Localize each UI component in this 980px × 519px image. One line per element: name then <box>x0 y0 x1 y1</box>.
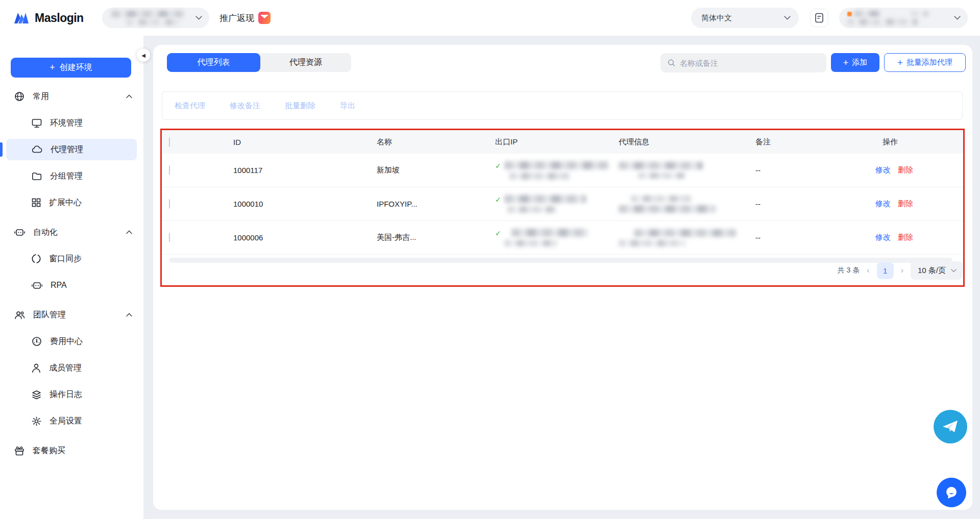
telegram-button[interactable] <box>934 410 967 443</box>
pagination: 共 3 条 ‹ 1 › 10 条/页 <box>812 261 963 280</box>
promo-cashback-link[interactable]: 推广返现 <box>219 0 271 36</box>
sidebar-item-label: 环境管理 <box>50 118 83 129</box>
cell-remark: -- <box>747 166 867 175</box>
sidebar-item-label: 分组管理 <box>50 171 83 182</box>
row-checkbox[interactable] <box>169 199 170 209</box>
sidebar-item-extensions[interactable]: 扩展中心 <box>6 192 137 213</box>
sidebar: 创建环境 常用 环境管理 代理管理 分组管理 <box>0 36 143 519</box>
add-proxy-button[interactable]: 添加 <box>831 53 879 72</box>
chat-bubble-icon <box>944 485 959 500</box>
robot-icon <box>14 228 25 237</box>
tab-proxy-list[interactable]: 代理列表 <box>167 53 260 72</box>
language-selector[interactable]: 简体中文 <box>691 8 799 28</box>
export-action[interactable]: 导出 <box>340 101 355 111</box>
environment-selector[interactable] <box>102 8 209 28</box>
maslogin-logo-icon <box>13 11 30 24</box>
sidebar-item-settings[interactable]: 全局设置 <box>6 410 137 432</box>
total-count: 共 3 条 <box>838 266 860 275</box>
sidebar-item-environment[interactable]: 环境管理 <box>6 112 137 134</box>
delete-link[interactable]: 删除 <box>898 165 913 175</box>
tab-proxy-resources[interactable]: 代理资源 <box>260 53 351 72</box>
create-environment-button[interactable]: 创建环境 <box>11 58 131 78</box>
sidebar-item-label: 窗口同步 <box>49 254 82 264</box>
main-content-card: 代理列表 代理资源 添加 批量添加代理 检查代理 修改备注 批量删除 导出 ID… <box>153 45 972 510</box>
sidebar-item-members[interactable]: 成员管理 <box>6 357 137 379</box>
sidebar-item-label: 代理管理 <box>51 144 83 155</box>
sidebar-item-label: 扩展中心 <box>49 197 82 208</box>
sidebar-item-label: 成员管理 <box>49 363 82 374</box>
chat-button[interactable] <box>937 478 966 507</box>
prev-page-button[interactable]: ‹ <box>867 266 869 275</box>
row-checkbox[interactable] <box>169 165 170 175</box>
delete-link[interactable]: 删除 <box>898 233 913 242</box>
masked-ip <box>504 161 609 180</box>
page-size-value: 10 条/页 <box>918 266 946 276</box>
sync-icon <box>32 254 41 263</box>
edit-link[interactable]: 修改 <box>875 233 891 242</box>
promo-label: 推广返现 <box>219 12 254 24</box>
cell-exit-ip <box>487 195 610 213</box>
cell-exit-ip <box>487 229 610 246</box>
chevron-up-icon <box>126 312 132 318</box>
sidebar-item-label: 费用中心 <box>50 336 83 347</box>
sidebar-group-automation[interactable]: 自动化 <box>0 221 143 243</box>
sidebar-group-common[interactable]: 常用 <box>0 86 143 107</box>
check-proxy-action[interactable]: 检查代理 <box>175 101 205 111</box>
edit-link[interactable]: 修改 <box>875 165 891 175</box>
sidebar-item-label: 全局设置 <box>50 416 82 427</box>
sidebar-group-label: 团队管理 <box>33 310 126 320</box>
red-packet-icon <box>258 12 271 24</box>
column-header-remark: 备注 <box>747 137 867 147</box>
masked-proxy-info <box>619 195 716 213</box>
search-input[interactable] <box>680 59 820 67</box>
cell-proxy-info <box>610 229 747 246</box>
table-row: 1000010 IPFOXYIP... -- 修改 删除 <box>161 187 965 221</box>
sidebar-item-label: 套餐购买 <box>33 446 65 456</box>
page-number-button[interactable]: 1 <box>877 262 894 279</box>
bulk-add-proxy-button[interactable]: 批量添加代理 <box>884 53 966 72</box>
table-row: 1000117 新加坡 -- 修改 删除 <box>161 154 965 187</box>
masked-user-info <box>847 11 928 25</box>
sidebar-item-proxy[interactable]: 代理管理 <box>6 139 137 160</box>
check-icon <box>495 162 501 169</box>
page-size-select[interactable]: 10 条/页 <box>911 261 963 280</box>
sidebar-group-team[interactable]: 团队管理 <box>0 304 143 326</box>
cell-id: 1000117 <box>225 166 369 175</box>
masked-proxy-info <box>619 162 703 179</box>
create-environment-label: 创建环境 <box>60 62 92 73</box>
cell-exit-ip <box>487 161 610 180</box>
batch-delete-action[interactable]: 批量删除 <box>285 101 315 111</box>
select-all-checkbox[interactable] <box>169 137 170 147</box>
next-page-button[interactable]: › <box>901 266 903 275</box>
user-badge-icon <box>847 12 852 16</box>
sidebar-item-logs[interactable]: 操作日志 <box>6 384 137 405</box>
plus-icon <box>897 58 903 67</box>
row-checkbox[interactable] <box>169 233 170 242</box>
language-label: 简体中文 <box>701 13 732 23</box>
delete-link[interactable]: 删除 <box>898 199 913 209</box>
sidebar-item-purchase[interactable]: 套餐购买 <box>0 440 143 461</box>
sidebar-item-rpa[interactable]: RPA <box>6 275 137 296</box>
chevron-down-icon <box>954 16 961 20</box>
cell-proxy-info <box>610 195 747 213</box>
monitor-icon <box>32 118 42 128</box>
cell-id: 1000006 <box>225 233 369 242</box>
check-icon <box>495 230 501 237</box>
sidebar-item-billing[interactable]: 费用中心 <box>6 331 137 352</box>
column-header-actions: 操作 <box>867 137 965 147</box>
sidebar-item-groups[interactable]: 分组管理 <box>6 165 137 187</box>
edit-link[interactable]: 修改 <box>875 199 891 209</box>
add-proxy-label: 添加 <box>852 58 867 67</box>
cloud-icon <box>32 145 42 154</box>
globe-icon <box>14 91 24 102</box>
document-button[interactable] <box>810 9 828 27</box>
edit-remark-action[interactable]: 修改备注 <box>230 101 260 111</box>
search-icon <box>668 59 675 67</box>
sidebar-item-window-sync[interactable]: 窗口同步 <box>6 248 137 269</box>
sidebar-group-label: 自动化 <box>33 227 126 238</box>
sidebar-item-label: RPA <box>51 281 67 290</box>
user-account-menu[interactable] <box>839 8 968 28</box>
tab-label: 代理列表 <box>198 57 230 68</box>
sidebar-collapse-button[interactable] <box>137 48 150 62</box>
cell-name: 美国-弗吉... <box>369 233 487 242</box>
